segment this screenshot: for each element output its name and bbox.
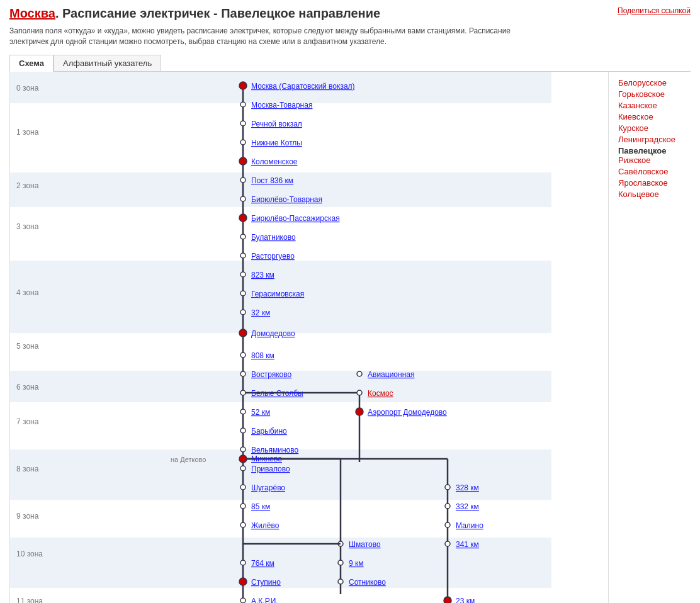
station-sotnikovo[interactable]: Сотниково [349,578,386,587]
station-328km[interactable]: 328 км [456,483,479,492]
station-32km[interactable]: 32 км [251,308,270,317]
zone-11-label: 11 зона [16,597,43,603]
station-kosmos[interactable]: Космос [368,389,393,398]
share-link[interactable]: Поделиться ссылкой [618,6,691,15]
zone-2-label: 2 зона [16,181,39,190]
svg-point-29 [240,272,246,277]
svg-point-43 [239,455,247,463]
svg-point-33 [240,352,246,358]
station-23km[interactable]: 23 км [456,597,475,603]
svg-point-21 [240,121,246,126]
station-stupino[interactable]: Ступино [251,578,281,587]
svg-point-23 [239,157,247,165]
station-9km[interactable]: 9 км [349,559,364,568]
station-shugarevo[interactable]: Шугарёво [251,483,285,492]
sidebar-paveletskoe: Павелецкое [618,146,666,155]
sidebar-gorkovskoe[interactable]: Горьковское [618,89,681,99]
station-biryulevo-tovarnaya[interactable]: Бирюлёво-Товарная [251,195,322,204]
sidebar-belorusskoe[interactable]: Белорусское [618,78,681,87]
svg-point-52 [240,560,246,565]
station-52km[interactable]: 52 км [251,408,270,417]
svg-point-55 [338,579,343,584]
zone-9-label: 9 зона [16,512,39,521]
station-barybino[interactable]: Барыбино [251,427,287,436]
tab-alpha[interactable]: Алфавитный указатель [54,55,161,71]
svg-rect-5 [10,333,551,371]
station-aviatsionnaya[interactable]: Авиационная [368,370,414,379]
station-rechnoy[interactable]: Речной вокзал [251,120,302,128]
station-akri[interactable]: А.К.Р.И. [251,597,278,603]
station-zhilevo[interactable]: Жилёво [251,521,279,530]
svg-point-25 [240,196,246,201]
station-shmatovo[interactable]: Шматово [349,540,381,549]
svg-point-20 [240,102,246,107]
scheme-svg: 0 зона 1 зона 2 зона 3 зона 4 зона 5 зон… [10,72,551,603]
svg-point-49 [445,522,450,527]
page-description: Заполнив поля «откуда» и «куда», можно у… [9,26,545,47]
svg-point-45 [445,485,450,490]
svg-point-54 [239,578,247,585]
sidebar-leningradskoe[interactable]: Ленинградское [618,135,681,144]
station-privalovo[interactable]: Привалово [251,465,290,473]
svg-point-48 [240,522,246,527]
moscow-link[interactable]: Москва [9,6,55,20]
sidebar-rizhskoe[interactable]: Рижское [618,155,681,165]
sidebar-kurskoe[interactable]: Курское [618,123,681,133]
zone-10-label: 10 зона [16,549,43,558]
station-mikhnevo[interactable]: Михнево [251,454,282,463]
station-808km[interactable]: 808 км [251,351,274,360]
svg-point-28 [240,253,246,258]
svg-point-31 [240,310,246,315]
station-moscow-dot [239,82,247,89]
svg-point-32 [239,329,247,337]
station-aeroport-domodedovo[interactable]: Аэропорт Домодедово [368,408,447,417]
station-moskva-tovarnaya[interactable]: Москва-Товарная [251,101,312,110]
station-post836[interactable]: Пост 836 км [251,176,293,185]
station-moscow[interactable]: Москва (Саратовский вокзал) [251,82,355,91]
station-belye-stolby[interactable]: Белые Столбы [251,389,303,398]
zone-6-label: 6 зона [16,383,39,392]
station-764km[interactable]: 764 км [251,559,274,568]
zone-5-label: 5 зона [16,342,39,351]
sidebar-koltsevoe[interactable]: Кольцевое [618,189,681,199]
svg-point-36 [240,390,246,395]
svg-rect-7 [10,402,551,449]
zone-7-label: 7 зона [16,417,39,426]
zone-0-label: 0 зона [16,84,39,93]
station-341km[interactable]: 341 км [456,540,479,549]
sidebar-kazanskoe[interactable]: Казанское [618,101,681,110]
svg-point-56 [240,598,246,603]
svg-point-26 [239,214,247,222]
svg-point-38 [240,409,246,414]
station-gerasimovskaya[interactable]: Герасимовская [251,290,304,298]
sidebar-savelovskoe[interactable]: Савёловское [618,167,681,176]
station-bulatnikovo[interactable]: Булатниково [251,233,296,242]
station-velyaminovo[interactable]: Вельяминово [251,446,299,454]
svg-point-24 [240,178,246,183]
station-biryulevo-pass[interactable]: Бирюлёво-Пассажирская [251,214,340,223]
sidebar-kievskoe[interactable]: Киевское [618,112,681,121]
svg-point-37 [357,390,362,395]
sidebar-yaroslavskoe[interactable]: Ярославское [618,178,681,188]
station-823km[interactable]: 823 км [251,271,274,279]
station-nizh-kotly[interactable]: Нижние Котлы [251,138,302,147]
svg-point-39 [356,408,363,415]
svg-point-46 [240,504,246,509]
tab-schema[interactable]: Схема [9,55,54,72]
zone-4-label: 4 зона [16,288,39,297]
svg-point-34 [240,371,246,376]
scheme-area: 0 зона 1 зона 2 зона 3 зона 4 зона 5 зон… [9,72,609,603]
station-malino[interactable]: Малино [456,521,483,530]
svg-point-22 [240,140,246,145]
station-332km[interactable]: 332 км [456,502,479,511]
station-rastorguevo[interactable]: Расторгуево [251,252,295,261]
svg-point-41 [240,447,246,452]
svg-point-57 [444,597,451,603]
station-vostryakovo[interactable]: Востряково [251,370,292,379]
station-85km[interactable]: 85 км [251,502,270,511]
station-kolomenskoe[interactable]: Коломенское [251,157,298,166]
station-domodedovo[interactable]: Домодедово [251,329,295,338]
zone-3-label: 3 зона [16,222,39,231]
page-container: Поделиться ссылкой Москва. Расписание эл… [0,0,700,603]
svg-point-51 [445,541,450,546]
